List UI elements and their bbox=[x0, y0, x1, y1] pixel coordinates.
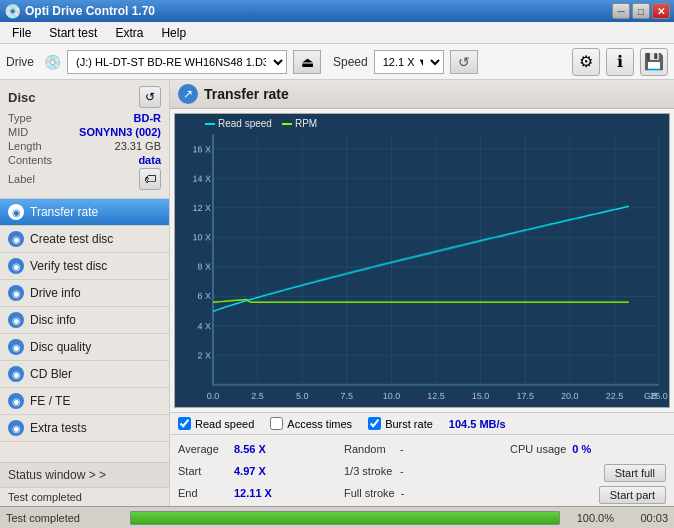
label-button[interactable]: 🏷 bbox=[139, 168, 161, 190]
chart-legend: Read speed RPM bbox=[205, 118, 317, 129]
content-area: ↗ Transfer rate Read speed RPM Read spe bbox=[170, 80, 674, 506]
nav-icon-create-test-disc: ◉ bbox=[8, 231, 24, 247]
transfer-rate-icon: ↗ bbox=[178, 84, 198, 104]
drive-icon: 💿 bbox=[44, 54, 61, 70]
burst-rate-checkbox-label: Burst rate bbox=[385, 418, 433, 430]
app-icon: 💿 bbox=[4, 3, 21, 19]
content-title: Transfer rate bbox=[204, 86, 289, 102]
content-header: ↗ Transfer rate bbox=[170, 80, 674, 109]
contents-label: Contents bbox=[8, 154, 52, 166]
main-layout: Disc ↺ Type BD-R MID SONYNN3 (002) Lengt… bbox=[0, 80, 674, 506]
chart-container: Read speed RPM bbox=[174, 113, 670, 408]
burst-rate-checkbox-item[interactable]: Burst rate bbox=[368, 417, 433, 430]
nav-drive-info[interactable]: ◉ Drive info bbox=[0, 280, 169, 307]
nav-disc-quality[interactable]: ◉ Disc quality bbox=[0, 334, 169, 361]
average-label: Average bbox=[178, 443, 228, 455]
toolbar: Drive 💿 (J:) HL-DT-ST BD-RE WH16NS48 1.D… bbox=[0, 44, 674, 80]
nav-transfer-rate[interactable]: ◉ Transfer rate bbox=[0, 199, 169, 226]
nav-disc-info[interactable]: ◉ Disc info bbox=[0, 307, 169, 334]
start-full-button[interactable]: Start full bbox=[604, 464, 666, 482]
menu-help[interactable]: Help bbox=[153, 24, 194, 42]
nav-label-fe-te: FE / TE bbox=[30, 394, 70, 408]
menu-bar: File Start test Extra Help bbox=[0, 22, 674, 44]
stats-col-2: Random - 1/3 stroke - Full stroke - bbox=[334, 439, 500, 505]
drive-select[interactable]: (J:) HL-DT-ST BD-RE WH16NS48 1.D3 bbox=[67, 50, 287, 74]
stats-col-1: Average 8.56 X Start 4.97 X End 12.11 X bbox=[178, 439, 334, 505]
maximize-button[interactable]: □ bbox=[632, 3, 650, 19]
read-speed-legend-label: Read speed bbox=[218, 118, 272, 129]
progress-percent: 100.0% bbox=[564, 512, 614, 524]
nav-create-test-disc[interactable]: ◉ Create test disc bbox=[0, 226, 169, 253]
access-times-checkbox-item[interactable]: Access times bbox=[270, 417, 352, 430]
settings-button[interactable]: ⚙ bbox=[572, 48, 600, 76]
nav-icon-verify-test-disc: ◉ bbox=[8, 258, 24, 274]
menu-start-test[interactable]: Start test bbox=[41, 24, 105, 42]
menu-extra[interactable]: Extra bbox=[107, 24, 151, 42]
nav-icon-transfer-rate: ◉ bbox=[8, 204, 24, 220]
end-label: End bbox=[178, 487, 228, 499]
start-part-button[interactable]: Start part bbox=[599, 486, 666, 504]
start-label: Start bbox=[178, 465, 228, 477]
nav-label-verify-test-disc: Verify test disc bbox=[30, 259, 107, 273]
nav-icon-disc-quality: ◉ bbox=[8, 339, 24, 355]
status-bar: Test completed 100.0% 00:03 bbox=[0, 506, 674, 528]
speed-select[interactable]: 12.1 X ▼ bbox=[374, 50, 444, 74]
contents-value: data bbox=[138, 154, 161, 166]
read-speed-legend-dot bbox=[205, 123, 215, 125]
info-button[interactable]: ℹ bbox=[606, 48, 634, 76]
read-speed-checkbox-label: Read speed bbox=[195, 418, 254, 430]
nav-icon-extra-tests: ◉ bbox=[8, 420, 24, 436]
progress-bar-container bbox=[130, 511, 560, 525]
nav-extra-tests[interactable]: ◉ Extra tests bbox=[0, 415, 169, 442]
eject-button[interactable]: ⏏ bbox=[293, 50, 321, 74]
read-speed-checkbox[interactable] bbox=[178, 417, 191, 430]
test-completed-label: Test completed bbox=[0, 488, 169, 506]
nav-cd-bler[interactable]: ◉ CD Bler bbox=[0, 361, 169, 388]
disc-title: Disc bbox=[8, 90, 35, 105]
nav-icon-disc-info: ◉ bbox=[8, 312, 24, 328]
nav-icon-fe-te: ◉ bbox=[8, 393, 24, 409]
save-button[interactable]: 💾 bbox=[640, 48, 668, 76]
close-button[interactable]: ✕ bbox=[652, 3, 670, 19]
stats-col-3: CPU usage 0 % Start full Start part bbox=[500, 439, 666, 505]
fullstroke-value: - bbox=[401, 487, 405, 499]
start-value: 4.97 X bbox=[234, 465, 274, 477]
cpu-value: 0 % bbox=[572, 443, 612, 455]
mid-label: MID bbox=[8, 126, 28, 138]
stats-area: Average 8.56 X Start 4.97 X End 12.11 X … bbox=[170, 434, 674, 506]
length-label: Length bbox=[8, 140, 42, 152]
nav-verify-test-disc[interactable]: ◉ Verify test disc bbox=[0, 253, 169, 280]
title-bar: 💿 Opti Drive Control 1.70 ─ □ ✕ bbox=[0, 0, 674, 22]
status-section: Status window > > Test completed bbox=[0, 462, 169, 506]
sidebar: Disc ↺ Type BD-R MID SONYNN3 (002) Lengt… bbox=[0, 80, 170, 506]
end-value: 12.11 X bbox=[234, 487, 274, 499]
drive-label: Drive bbox=[6, 55, 34, 69]
type-value: BD-R bbox=[134, 112, 162, 124]
nav-label-cd-bler: CD Bler bbox=[30, 367, 72, 381]
nav-items: ◉ Transfer rate ◉ Create test disc ◉ Ver… bbox=[0, 199, 169, 462]
status-window-button[interactable]: Status window > > bbox=[0, 463, 169, 488]
cpu-label: CPU usage bbox=[510, 443, 566, 455]
disc-section: Disc ↺ Type BD-R MID SONYNN3 (002) Lengt… bbox=[0, 80, 169, 199]
nav-label-transfer-rate: Transfer rate bbox=[30, 205, 98, 219]
refresh-button[interactable]: ↺ bbox=[450, 50, 478, 74]
nav-icon-drive-info: ◉ bbox=[8, 285, 24, 301]
nav-fe-te[interactable]: ◉ FE / TE bbox=[0, 388, 169, 415]
average-value: 8.56 X bbox=[234, 443, 274, 455]
nav-label-create-test-disc: Create test disc bbox=[30, 232, 113, 246]
burst-rate-checkbox[interactable] bbox=[368, 417, 381, 430]
time-display: 00:03 bbox=[618, 512, 668, 524]
menu-file[interactable]: File bbox=[4, 24, 39, 42]
rpm-legend-label: RPM bbox=[295, 118, 317, 129]
minimize-button[interactable]: ─ bbox=[612, 3, 630, 19]
disc-action-button[interactable]: ↺ bbox=[139, 86, 161, 108]
access-times-checkbox[interactable] bbox=[270, 417, 283, 430]
status-window-label: Status window > > bbox=[8, 468, 106, 482]
transfer-rate-chart bbox=[175, 114, 669, 407]
stroke13-value: - bbox=[400, 465, 404, 477]
fullstroke-label: Full stroke bbox=[344, 487, 395, 499]
nav-label-disc-info: Disc info bbox=[30, 313, 76, 327]
read-speed-checkbox-item[interactable]: Read speed bbox=[178, 417, 254, 430]
nav-label-drive-info: Drive info bbox=[30, 286, 81, 300]
mid-value: SONYNN3 (002) bbox=[79, 126, 161, 138]
